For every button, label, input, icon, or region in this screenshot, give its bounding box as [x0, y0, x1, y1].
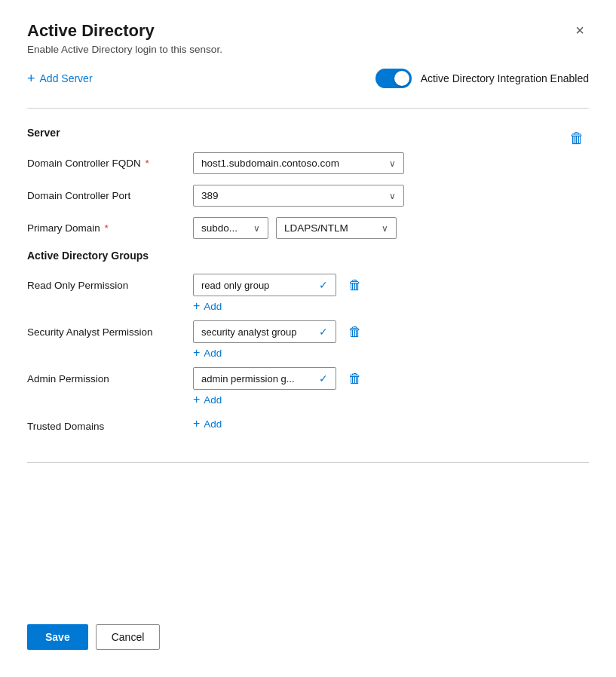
add-admin-button[interactable]: + Add	[193, 393, 222, 406]
close-button[interactable]: ×	[571, 21, 589, 39]
security-analyst-check-icon: ✓	[319, 326, 328, 338]
active-directory-toggle[interactable]	[375, 69, 412, 88]
fqdn-value: host1.subdomain.contoso.com	[201, 158, 339, 169]
admin-check-icon: ✓	[319, 372, 328, 384]
read-only-dropdown[interactable]: read only group ✓	[193, 274, 336, 296]
port-value: 389	[201, 190, 219, 201]
security-analyst-row: Security Analyst Permission security ana…	[27, 320, 589, 343]
add-trusted-domains-button[interactable]: + Add	[193, 417, 222, 430]
add-trusted-plus: +	[193, 417, 200, 430]
security-analyst-group-value: security analyst group	[201, 326, 296, 338]
protocol-value: LDAPS/NTLM	[284, 222, 348, 234]
protocol-dropdown[interactable]: LDAPS/NTLM ∨	[276, 217, 397, 239]
port-row: Domain Controller Port 389 ∨	[27, 185, 589, 207]
primary-domain-row: Primary Domain * subdo... ∨ LDAPS/NTLM ∨	[27, 217, 589, 239]
read-only-group-value: read only group	[201, 280, 269, 291]
read-only-row: Read Only Permission read only group ✓ 🗑	[27, 274, 589, 296]
footer-divider	[27, 462, 589, 463]
trash-icon: 🗑	[569, 130, 584, 147]
admin-group-value: admin permission g...	[201, 373, 295, 384]
active-directory-dialog: Active Directory × Enable Active Directo…	[0, 0, 616, 677]
dialog-header: Active Directory ×	[27, 21, 589, 41]
add-security-analyst-plus: +	[193, 346, 200, 360]
security-analyst-section: Security Analyst Permission security ana…	[27, 320, 589, 360]
port-dropdown[interactable]: 389 ∨	[193, 185, 404, 207]
primary-domain-controls: subdo... ∨ LDAPS/NTLM ∨	[193, 217, 589, 239]
primary-domain-value: subdo...	[201, 222, 238, 234]
add-read-only-button[interactable]: + Add	[193, 299, 222, 313]
primary-domain-dropdown[interactable]: subdo... ∨	[193, 217, 268, 239]
save-button[interactable]: Save	[27, 624, 88, 650]
primary-domain-label: Primary Domain *	[27, 222, 193, 234]
primary-domain-chevron: ∨	[253, 223, 260, 234]
server-section-title: Server	[27, 127, 60, 139]
add-server-label: Add Server	[40, 72, 93, 84]
delete-security-analyst-button[interactable]: 🗑	[344, 323, 366, 342]
add-admin-label: Add	[204, 394, 222, 406]
toggle-label: Active Directory Integration Enabled	[421, 72, 589, 84]
security-analyst-controls: security analyst group ✓ 🗑	[193, 320, 589, 343]
top-actions: + Add Server Active Directory Integratio…	[27, 69, 589, 88]
trusted-domains-row: Trusted Domains + Add	[27, 414, 589, 438]
admin-controls: admin permission g... ✓ 🗑	[193, 367, 589, 390]
admin-dropdown[interactable]: admin permission g... ✓	[193, 367, 336, 390]
admin-row: Admin Permission admin permission g... ✓…	[27, 367, 589, 390]
dialog-title: Active Directory	[27, 21, 155, 41]
cancel-button[interactable]: Cancel	[96, 624, 161, 650]
fqdn-dropdown[interactable]: host1.subdomain.contoso.com ∨	[193, 152, 404, 174]
read-only-section: Read Only Permission read only group ✓ 🗑…	[27, 274, 589, 313]
trusted-domains-label: Trusted Domains	[27, 421, 193, 432]
read-only-label: Read Only Permission	[27, 280, 193, 291]
fqdn-controls: host1.subdomain.contoso.com ∨	[193, 152, 589, 174]
add-read-only-label: Add	[204, 301, 222, 312]
fqdn-required: *	[146, 158, 149, 169]
trash-icon: 🗑	[348, 324, 362, 340]
trash-icon: 🗑	[348, 371, 362, 387]
port-controls: 389 ∨	[193, 185, 589, 207]
fqdn-chevron: ∨	[389, 158, 396, 169]
add-server-button[interactable]: + Add Server	[27, 71, 93, 87]
port-label: Domain Controller Port	[27, 190, 193, 201]
trash-icon: 🗑	[348, 277, 362, 293]
add-read-only-plus: +	[193, 299, 200, 313]
top-divider	[27, 108, 589, 109]
add-security-analyst-button[interactable]: + Add	[193, 346, 222, 360]
footer: Save Cancel	[27, 603, 589, 650]
add-security-analyst-label: Add	[204, 348, 222, 359]
fqdn-label: Domain Controller FQDN *	[27, 158, 193, 169]
fqdn-row: Domain Controller FQDN * host1.subdomain…	[27, 152, 589, 174]
read-only-controls: read only group ✓ 🗑	[193, 274, 589, 296]
plus-icon: +	[27, 71, 35, 87]
security-analyst-label: Security Analyst Permission	[27, 326, 193, 338]
dialog-subtitle: Enable Active Directory login to this se…	[27, 44, 589, 55]
primary-domain-required: *	[105, 222, 109, 234]
admin-label: Admin Permission	[27, 373, 193, 384]
security-analyst-dropdown[interactable]: security analyst group ✓	[193, 320, 336, 343]
server-section: Server 🗑 Domain Controller FQDN * host1.…	[27, 124, 589, 449]
add-admin-plus: +	[193, 393, 200, 406]
port-chevron: ∨	[389, 191, 396, 201]
delete-read-only-button[interactable]: 🗑	[344, 276, 366, 295]
delete-server-button[interactable]: 🗑	[565, 128, 589, 149]
toggle-group: Active Directory Integration Enabled	[375, 69, 589, 88]
protocol-chevron: ∨	[382, 223, 388, 234]
read-only-check-icon: ✓	[319, 279, 328, 291]
groups-section-title: Active Directory Groups	[27, 250, 589, 262]
delete-admin-button[interactable]: 🗑	[344, 369, 366, 388]
add-trusted-label: Add	[204, 418, 222, 430]
admin-section: Admin Permission admin permission g... ✓…	[27, 367, 589, 406]
